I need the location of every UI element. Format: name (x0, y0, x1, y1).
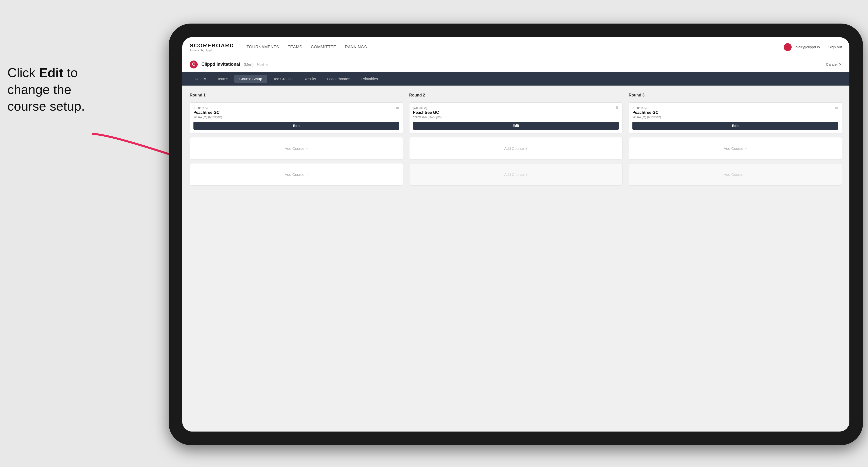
round-3-course-card: 🗑 (Course A) Peachtree GC Yellow (M) (66… (629, 102, 842, 133)
round-3-course-name: Peachtree GC (632, 111, 838, 115)
tablet-shell: SCOREBOARD Powered by clippd TOURNAMENTS… (168, 24, 863, 445)
round-1-title: Round 1 (190, 93, 403, 97)
round-3-delete-icon[interactable]: 🗑 (834, 105, 839, 111)
tab-teams[interactable]: Teams (212, 75, 233, 83)
user-avatar (784, 43, 792, 51)
round-2-add-plus-1-icon: + (525, 146, 527, 151)
main-content: Round 1 🗑 (Course A) Peachtree GC Yellow… (182, 86, 849, 432)
tablet-screen: SCOREBOARD Powered by clippd TOURNAMENTS… (182, 37, 849, 432)
nav-tournaments[interactable]: TOURNAMENTS (247, 44, 279, 50)
tab-bar: Details Teams Course Setup Tee Groups Re… (182, 72, 849, 86)
sign-out-link[interactable]: Sign out (828, 45, 842, 49)
round-1-course-label: (Course A) (193, 106, 399, 110)
brand-title: SCOREBOARD (190, 42, 234, 49)
round-1-edit-button[interactable]: Edit (193, 122, 399, 130)
cancel-button[interactable]: Cancel ✕ (826, 62, 842, 67)
round-2-course-details: Yellow (M) (6629 yds) (413, 115, 619, 119)
round-3-add-course-2: Add Course + (629, 163, 842, 186)
round-2-course-name: Peachtree GC (413, 111, 619, 115)
round-1-add-plus-2-icon: + (306, 173, 308, 177)
round-1-course-card: 🗑 (Course A) Peachtree GC Yellow (M) (66… (190, 102, 403, 133)
round-2-edit-button[interactable]: Edit (413, 122, 619, 130)
nav-committee[interactable]: COMMITTEE (311, 44, 336, 50)
user-email: blair@clippd.io (795, 45, 820, 49)
tab-printables[interactable]: Printables (356, 75, 383, 83)
round-2-add-course-1-label: Add Course (504, 146, 524, 151)
sub-header-left: C Clippd Invitational (Men) Hosting (190, 61, 268, 68)
round-1-column: Round 1 🗑 (Course A) Peachtree GC Yellow… (190, 93, 403, 186)
round-3-add-course-2-label: Add Course (724, 173, 743, 177)
round-1-add-course-2[interactable]: Add Course + (190, 163, 403, 186)
nav-rankings[interactable]: RANKINGS (345, 44, 367, 50)
nav-teams[interactable]: TEAMS (288, 44, 302, 50)
brand-sub: Powered by clippd (190, 49, 234, 52)
round-2-title: Round 2 (409, 93, 622, 97)
round-1-add-course-1-label: Add Course (285, 146, 304, 151)
clippd-logo: C (190, 61, 198, 68)
round-3-course-label: (Course A) (632, 106, 838, 110)
round-2-add-course-1[interactable]: Add Course + (409, 137, 622, 159)
round-2-add-plus-2-icon: + (525, 173, 527, 177)
round-3-edit-button[interactable]: Edit (632, 122, 838, 130)
tab-details[interactable]: Details (190, 75, 211, 83)
scoreboard-brand: SCOREBOARD Powered by clippd (190, 42, 234, 52)
round-2-delete-icon[interactable]: 🗑 (614, 105, 620, 111)
top-nav-left: SCOREBOARD Powered by clippd TOURNAMENTS… (190, 42, 367, 52)
round-3-title: Round 3 (629, 93, 842, 97)
round-2-course-card: 🗑 (Course A) Peachtree GC Yellow (M) (66… (409, 102, 622, 133)
separator: | (824, 45, 825, 49)
round-3-add-plus-2-icon: + (745, 173, 747, 177)
round-2-add-course-2: Add Course + (409, 163, 622, 186)
tab-tee-groups[interactable]: Tee Groups (268, 75, 298, 83)
round-3-course-details: Yellow (M) (6629 yds) (632, 115, 838, 119)
round-1-delete-icon[interactable]: 🗑 (395, 105, 400, 111)
nav-links: TOURNAMENTS TEAMS COMMITTEE RANKINGS (247, 44, 367, 50)
round-3-add-course-1-label: Add Course (724, 146, 743, 151)
round-3-add-course-1[interactable]: Add Course + (629, 137, 842, 159)
sub-header: C Clippd Invitational (Men) Hosting Canc… (182, 57, 849, 72)
top-nav-right: blair@clippd.io | Sign out (784, 43, 842, 51)
instruction-bold: Edit (39, 65, 63, 80)
round-1-course-details: Yellow (M) (6629 yds) (193, 115, 399, 119)
round-1-add-plus-1-icon: + (306, 146, 308, 151)
round-2-add-course-2-label: Add Course (504, 173, 524, 177)
round-2-course-label: (Course A) (413, 106, 619, 110)
instruction-prefix: Click (7, 65, 39, 80)
round-1-add-course-1[interactable]: Add Course + (190, 137, 403, 159)
tab-course-setup[interactable]: Course Setup (235, 75, 267, 83)
instruction-text: Click Edit tochange thecourse setup. (7, 64, 112, 115)
cancel-label: Cancel (826, 62, 837, 66)
tournament-name: Clippd Invitational (202, 62, 240, 67)
round-3-add-plus-1-icon: + (745, 146, 747, 151)
tab-leaderboards[interactable]: Leaderboards (322, 75, 355, 83)
cancel-x-icon: ✕ (839, 62, 842, 67)
round-2-column: Round 2 🗑 (Course A) Peachtree GC Yellow… (409, 93, 622, 186)
round-1-add-course-2-label: Add Course (285, 173, 304, 177)
tournament-gender: (Men) (244, 62, 253, 66)
hosting-badge: Hosting (257, 62, 268, 66)
rounds-grid: Round 1 🗑 (Course A) Peachtree GC Yellow… (190, 93, 842, 186)
round-1-course-name: Peachtree GC (193, 111, 399, 115)
round-3-column: Round 3 🗑 (Course A) Peachtree GC Yellow… (629, 93, 842, 186)
tab-results[interactable]: Results (299, 75, 321, 83)
top-nav: SCOREBOARD Powered by clippd TOURNAMENTS… (182, 37, 849, 57)
